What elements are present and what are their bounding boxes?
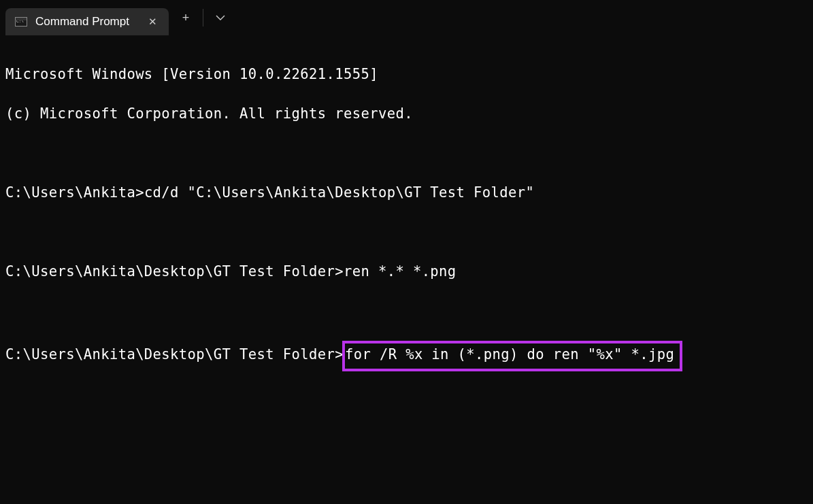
prompt: C:\Users\Ankita\Desktop\GT Test Folder> — [5, 346, 344, 363]
copyright-line: (c) Microsoft Corporation. All rights re… — [5, 104, 808, 124]
command-text: for /R %x in (*.png) do ren "%x" *.jpg — [345, 346, 674, 363]
command-text: ren *.* *.png — [344, 263, 457, 280]
blank-line — [5, 222, 808, 242]
new-tab-button[interactable]: + — [169, 0, 203, 35]
tab-command-prompt[interactable]: C:\ Command Prompt ✕ — [5, 8, 169, 35]
blank-line — [5, 301, 808, 321]
command-text: cd/d "C:\Users\Ankita\Desktop\GT Test Fo… — [144, 184, 534, 201]
titlebar: C:\ Command Prompt ✕ + — [0, 0, 813, 35]
command-line-1: C:\Users\Ankita>cd/d "C:\Users\Ankita\De… — [5, 183, 808, 203]
command-line-2: C:\Users\Ankita\Desktop\GT Test Folder>r… — [5, 262, 808, 282]
tab-title: Command Prompt — [35, 15, 136, 29]
tab-dropdown-button[interactable] — [203, 0, 237, 35]
command-line-3: C:\Users\Ankita\Desktop\GT Test Folder>f… — [5, 341, 808, 371]
blank-line — [5, 144, 808, 163]
terminal-icon: C:\ — [15, 17, 27, 27]
chevron-down-icon — [216, 14, 225, 21]
close-tab-button[interactable]: ✕ — [144, 14, 161, 30]
prompt: C:\Users\Ankita\Desktop\GT Test Folder> — [5, 263, 344, 280]
version-line: Microsoft Windows [Version 10.0.22621.15… — [5, 65, 808, 84]
prompt: C:\Users\Ankita> — [5, 184, 144, 201]
titlebar-actions: + — [169, 0, 237, 35]
terminal-output[interactable]: Microsoft Windows [Version 10.0.22621.15… — [0, 35, 813, 401]
highlighted-command: for /R %x in (*.png) do ren "%x" *.jpg — [342, 341, 682, 371]
